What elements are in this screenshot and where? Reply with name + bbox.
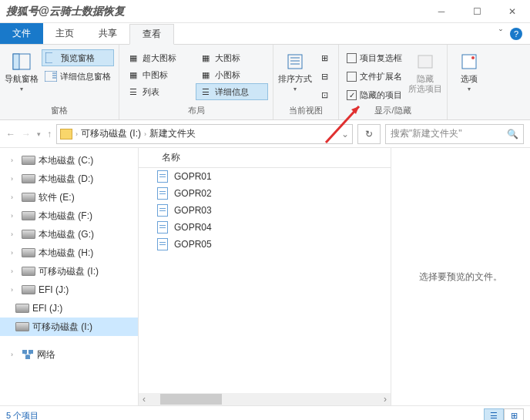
expand-icon[interactable]: › — [11, 286, 18, 294]
tree-item[interactable]: ›本地磁盘 (H:) — [0, 244, 138, 262]
refresh-button[interactable]: ↻ — [357, 124, 381, 144]
horizontal-scrollbar[interactable]: ‹ › — [139, 393, 391, 405]
tree-item[interactable]: 可移动磁盘 (I:) — [0, 318, 138, 336]
file-extensions-toggle[interactable]: 文件扩展名 — [344, 68, 405, 85]
tab-home[interactable]: 主页 — [43, 23, 86, 44]
file-name: GOPR02 — [174, 188, 212, 199]
nav-pane-label: 导航窗格 — [5, 74, 39, 84]
expand-icon[interactable]: › — [11, 212, 18, 220]
chevron-icon[interactable]: › — [75, 130, 78, 138]
svg-rect-1 — [13, 54, 19, 69]
file-row[interactable]: GOPR05 — [139, 236, 391, 253]
hide-selected-label: 隐藏 所选项目 — [408, 74, 442, 94]
expand-icon[interactable]: › — [11, 175, 18, 183]
ribbon-tabs: 文件 主页 共享 查看 ˇ ? — [0, 23, 530, 45]
tree-item[interactable]: ›EFI (J:) — [0, 281, 138, 299]
file-list[interactable]: 名称 GOPR01GOPR02GOPR03GOPR04GOPR05 ‹ › — [139, 148, 391, 405]
expand-icon[interactable]: › — [11, 351, 18, 358]
chevron-icon[interactable]: › — [144, 130, 146, 138]
hide-selected-button[interactable]: 隐藏 所选项目 — [408, 49, 442, 94]
tree-item[interactable]: ›本地磁盘 (G:) — [0, 225, 138, 244]
group-panes: 导航窗格 ▾ 预览窗格 详细信息窗格 窗格 — [0, 45, 119, 119]
file-row[interactable]: GOPR01 — [139, 168, 391, 185]
tree-item[interactable]: ›本地磁盘 (D:) — [0, 170, 138, 188]
layout-small[interactable]: ▦小图标 — [196, 66, 269, 83]
expand-icon[interactable]: › — [11, 267, 18, 275]
ribbon-collapse-icon[interactable]: ˇ — [499, 29, 502, 39]
layout-list[interactable]: ☰列表 — [124, 83, 196, 100]
folder-icon — [60, 129, 72, 139]
minimize-button[interactable]: ─ — [424, 0, 459, 23]
tree-item-label: 本地磁盘 (C:) — [39, 154, 93, 167]
svg-line-19 — [28, 354, 31, 355]
expand-icon[interactable]: › — [11, 156, 18, 164]
back-button[interactable]: ← — [6, 129, 15, 139]
status-bar: 5 个项目 ☰ ⊞ — [0, 405, 530, 420]
extra-large-icon: ▦ — [127, 52, 139, 64]
size-columns-button[interactable]: ⊡ — [315, 86, 334, 103]
view-icons-button[interactable]: ⊞ — [504, 408, 524, 421]
file-row[interactable]: GOPR02 — [139, 185, 391, 202]
tree-item[interactable]: ›软件 (E:) — [0, 188, 138, 207]
options-icon — [458, 51, 480, 72]
scroll-right-icon[interactable]: › — [380, 394, 391, 405]
forward-button[interactable]: → — [22, 129, 31, 139]
hidden-items-toggle[interactable]: 隐藏的项目 — [344, 86, 405, 103]
layout-details[interactable]: ☰详细信息 — [196, 83, 269, 100]
view-switch: ☰ ⊞ — [484, 408, 524, 421]
close-button[interactable]: ✕ — [495, 0, 530, 23]
scroll-left-icon[interactable]: ‹ — [139, 394, 149, 405]
nav-pane-button[interactable]: 导航窗格 ▾ — [5, 49, 39, 92]
expand-icon[interactable]: › — [11, 230, 18, 238]
group-options-label — [452, 106, 486, 119]
tree-item[interactable]: ›可移动磁盘 (I:) — [0, 262, 138, 281]
tree-item-label: 本地磁盘 (G:) — [39, 228, 94, 241]
tree-item[interactable]: EFI (J:) — [0, 299, 138, 318]
address-dropdown[interactable]: ⌄ — [341, 129, 349, 139]
scrollbar-thumb[interactable] — [160, 394, 222, 405]
sort-button[interactable]: 排序方式 ▾ — [278, 49, 312, 92]
maximize-button[interactable]: ☐ — [459, 0, 495, 23]
tree-item-network[interactable]: ›网络 — [0, 345, 138, 364]
tree-item[interactable]: ›本地磁盘 (F:) — [0, 207, 138, 225]
large-icon: ▦ — [200, 52, 212, 64]
tab-view[interactable]: 查看 — [129, 24, 174, 45]
window-controls: ─ ☐ ✕ — [424, 0, 530, 23]
crumb-folder[interactable]: 新建文件夹 — [149, 127, 196, 140]
layout-large[interactable]: ▦大图标 — [196, 49, 269, 66]
recent-dropdown[interactable]: ▾ — [37, 130, 41, 138]
column-header-name[interactable]: 名称 — [139, 148, 391, 168]
columns-icon: ⊟ — [318, 70, 330, 82]
tree-item-label: EFI (J:) — [32, 303, 62, 314]
layout-extra-large[interactable]: ▦超大图标 — [124, 49, 196, 66]
search-box[interactable]: 搜索"新建文件夹" 🔍 — [385, 124, 524, 144]
details-pane-button[interactable]: 详细信息窗格 — [42, 68, 114, 85]
view-details-button[interactable]: ☰ — [484, 408, 504, 421]
tab-share[interactable]: 共享 — [86, 23, 129, 44]
address-bar: ← → ▾ ↑ › 可移动磁盘 (I:) › 新建文件夹 ⌄ ↻ 搜索"新建文件… — [0, 120, 530, 148]
file-row[interactable]: GOPR04 — [139, 219, 391, 236]
help-icon[interactable]: ? — [510, 28, 522, 40]
expand-icon[interactable]: › — [11, 249, 18, 257]
up-button[interactable]: ↑ — [47, 129, 52, 139]
svg-rect-16 — [29, 350, 33, 354]
group-options: 选项 ▾ — [448, 45, 491, 119]
crumb-drive[interactable]: 可移动磁盘 (I:) — [81, 127, 141, 140]
tree-item[interactable]: ›本地磁盘 (C:) — [0, 151, 138, 170]
group-layout-label: 布局 — [124, 103, 268, 119]
nav-tree[interactable]: ›本地磁盘 (C:)›本地磁盘 (D:)›软件 (E:)›本地磁盘 (F:)›本… — [0, 148, 139, 405]
svg-point-14 — [471, 56, 475, 59]
layout-medium[interactable]: ▦中图标 — [124, 66, 196, 83]
checkbox-checked-icon — [347, 90, 357, 100]
group-by-button[interactable]: ⊞ — [315, 49, 334, 66]
add-columns-button[interactable]: ⊟ — [315, 68, 334, 85]
tab-file[interactable]: 文件 — [0, 23, 43, 44]
item-checkboxes-toggle[interactable]: 项目复选框 — [344, 49, 405, 66]
options-button[interactable]: 选项 ▾ — [452, 49, 486, 92]
preview-pane-label: 预览窗格 — [61, 52, 95, 64]
breadcrumb-box[interactable]: › 可移动磁盘 (I:) › 新建文件夹 ⌄ — [56, 124, 353, 144]
tree-item-label: 本地磁盘 (F:) — [39, 210, 92, 223]
preview-pane-button[interactable]: 预览窗格 — [42, 49, 114, 66]
expand-icon[interactable]: › — [11, 193, 18, 201]
file-row[interactable]: GOPR03 — [139, 202, 391, 219]
